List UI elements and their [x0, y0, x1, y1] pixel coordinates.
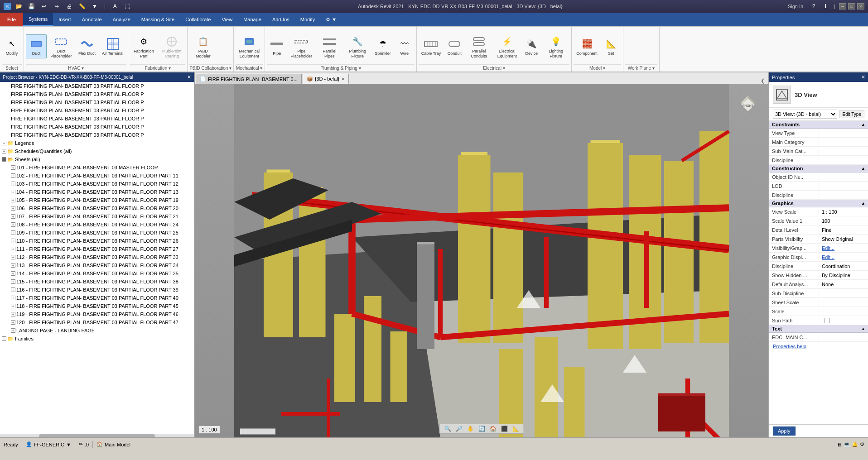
qa-save[interactable]: 💾: [26, 1, 36, 11]
list-item[interactable]: FIRE FIGHTING PLAN- BASEMENT 03 PARTIAL …: [0, 131, 194, 139]
list-item[interactable]: + 110 - FIRE FIGHTING PLAN- BASEMENT 03 …: [0, 237, 194, 245]
list-item[interactable]: + 109 - FIRE FIGHTING PLAN- BASEMENT 03 …: [0, 229, 194, 237]
menu-modify[interactable]: Modify: [295, 13, 320, 26]
sidebar-item-schedules[interactable]: + 📁 Schedules/Quantities (all): [0, 147, 194, 155]
tab-close-3d[interactable]: ✕: [341, 77, 345, 81]
prop-value-default-analysis[interactable]: None: [819, 282, 868, 287]
qa-tag[interactable]: A: [110, 1, 120, 11]
ribbon-btn-air-terminal[interactable]: Air Terminal: [99, 35, 126, 58]
status-workset[interactable]: FF-GENERIC: [34, 442, 64, 447]
nav-section-box[interactable]: ⬛: [499, 425, 510, 432]
menu-analyze[interactable]: Analyze: [107, 13, 136, 26]
menu-annotate[interactable]: Annotate: [77, 13, 107, 26]
menu-collaborate[interactable]: Collaborate: [180, 13, 216, 26]
ribbon-btn-plumbing-fixture[interactable]: 🔧 Plumbing Fixture: [344, 33, 371, 61]
ribbon-btn-mech-equip[interactable]: Mechanical Equipment: [236, 33, 263, 61]
ribbon-btn-wire[interactable]: 〰 Wire: [395, 35, 415, 58]
qa-measure[interactable]: 📏: [77, 1, 87, 11]
list-item[interactable]: FIRE FIGHTING PLAN- BASEMENT 03 PARTIAL …: [0, 90, 194, 98]
ribbon-btn-pipe-placeholder[interactable]: Pipe Placeholder: [288, 33, 315, 61]
constraints-collapse[interactable]: ▲: [861, 122, 865, 127]
list-item[interactable]: FIRE FIGHTING PLAN- BASEMENT 03 PARTIAL …: [0, 115, 194, 123]
menu-addins[interactable]: Add-Ins: [267, 13, 295, 26]
sun-path-checkbox[interactable]: [825, 318, 830, 323]
minimize-btn[interactable]: ─: [839, 3, 846, 10]
ribbon-btn-parallel-conduits[interactable]: Parallel Conduits: [465, 33, 492, 61]
ribbon-btn-electrical-equipment[interactable]: ⚡ Electrical Equipment: [493, 33, 521, 61]
menu-insert[interactable]: Insert: [53, 13, 77, 26]
nav-zoom-out[interactable]: 🔎: [454, 425, 464, 432]
ribbon-btn-component[interactable]: 🧱 Component: [574, 35, 600, 58]
menu-file[interactable]: File: [0, 13, 23, 26]
graphics-collapse[interactable]: ▲: [861, 201, 865, 206]
list-item[interactable]: + 111 - FIRE FIGHTING PLAN- BASEMENT 03 …: [0, 245, 194, 253]
tab-fire-fighting-plan[interactable]: 📄 FIRE FIGHTING PLAN- BASEMENT 0...: [196, 74, 302, 84]
prop-value-discipline[interactable]: Coordination: [819, 264, 868, 269]
prop-help-link[interactable]: Properties help: [773, 344, 806, 349]
ribbon-btn-duct-placeholder[interactable]: Duct Placeholder: [48, 33, 75, 61]
list-item[interactable]: FIRE FIGHTING PLAN- BASEMENT 03 PARTIAL …: [0, 98, 194, 106]
list-item[interactable]: + LANDING PAGE - LANDING PAGE: [0, 326, 194, 335]
ribbon-btn-set[interactable]: 📐 Set: [601, 35, 621, 58]
list-item[interactable]: FIRE FIGHTING PLAN- BASEMENT 03 PARTIAL …: [0, 106, 194, 115]
qa-open[interactable]: 📂: [14, 1, 24, 11]
ribbon-btn-modify[interactable]: ↖ Modify: [2, 35, 22, 58]
list-item[interactable]: + 118 - FIRE FIGHTING PLAN- BASEMENT 03 …: [0, 302, 194, 310]
menu-systems[interactable]: Systems: [23, 13, 53, 26]
help-btn[interactable]: ?: [809, 1, 819, 11]
list-item[interactable]: + 116 - FIRE FIGHTING PLAN- BASEMENT 03 …: [0, 286, 194, 294]
ribbon-btn-pipe[interactable]: Pipe: [267, 35, 287, 58]
list-item[interactable]: + 105 - FIRE FIGHTING PLAN- BASEMENT 03 …: [0, 196, 194, 204]
signin-label[interactable]: Sign In: [788, 4, 803, 9]
prop-close-btn[interactable]: ✕: [861, 74, 865, 80]
nav-pan[interactable]: ✋: [465, 425, 476, 432]
list-item[interactable]: + 106 - FIRE FIGHTING PLAN- BASEMENT 03 …: [0, 204, 194, 212]
qa-help2[interactable]: ⬚: [123, 1, 133, 11]
pb-close-btn[interactable]: ✕: [187, 74, 191, 80]
menu-view[interactable]: View: [216, 13, 238, 26]
sidebar-item-sheets[interactable]: - 📂 Sheets (all): [0, 155, 194, 163]
qa-redo[interactable]: ↪: [52, 1, 62, 11]
prop-value-view-scale[interactable]: 1 : 100: [819, 209, 868, 215]
menu-massing[interactable]: Massing & Site: [136, 13, 180, 26]
qa-settings[interactable]: ▼: [90, 1, 100, 11]
ribbon-btn-cable-tray[interactable]: Cable Tray: [419, 35, 444, 58]
info-btn[interactable]: ℹ: [820, 1, 830, 11]
status-model[interactable]: Main Model: [105, 442, 130, 447]
ribbon-btn-pid-modeler[interactable]: 📋 P&ID Modeler: [189, 33, 217, 61]
views-collapse-btn[interactable]: ❮: [757, 78, 768, 84]
ribbon-btn-conduit[interactable]: Conduit: [444, 35, 464, 58]
nav-home[interactable]: 🏠: [488, 425, 498, 432]
list-item[interactable]: + 117 - FIRE FIGHTING PLAN- BASEMENT 03 …: [0, 294, 194, 302]
qa-print[interactable]: 🖨: [64, 1, 74, 11]
view-cube[interactable]: FRONT: [732, 89, 764, 120]
prop-value-scale-value[interactable]: 100: [819, 218, 868, 224]
ribbon-btn-fab-part[interactable]: ⚙ Fabrication Part: [130, 33, 157, 61]
restore-btn[interactable]: □: [848, 3, 855, 10]
ribbon-btn-lighting-fixture[interactable]: 💡 Lighting Fixture: [542, 33, 569, 61]
prop-edit-type-btn[interactable]: Edit Type: [839, 110, 864, 118]
prop-apply-btn[interactable]: Apply: [773, 426, 796, 436]
list-item[interactable]: + 102 - FIRE FIGHTING PLAN- BASEMENT 03 …: [0, 172, 194, 180]
list-item[interactable]: + 114 - FIRE FIGHTING PLAN- BASEMENT 03 …: [0, 269, 194, 278]
sidebar-item-legends[interactable]: + 📁 Legends: [0, 139, 194, 147]
text-collapse[interactable]: ▲: [861, 326, 865, 331]
workset-dropdown[interactable]: ▼: [66, 442, 71, 447]
prop-value-parts-visibility[interactable]: Show Original: [819, 236, 868, 242]
list-item[interactable]: + 113 - FIRE FIGHTING PLAN- BASEMENT 03 …: [0, 261, 194, 269]
qa-undo[interactable]: ↩: [39, 1, 49, 11]
nav-orbit[interactable]: 🔄: [477, 425, 487, 432]
pb-content[interactable]: FIRE FIGHTING PLAN- BASEMENT 03 PARTIAL …: [0, 82, 194, 434]
ribbon-btn-flex-duct[interactable]: Flex Duct: [76, 35, 98, 58]
list-item[interactable]: FIRE FIGHTING PLAN- BASEMENT 03 PARTIAL …: [0, 123, 194, 131]
list-item[interactable]: + 120 - FIRE FIGHTING PLAN- BASEMENT 03 …: [0, 318, 194, 326]
ribbon-btn-device[interactable]: 🔌 Device: [521, 35, 541, 58]
prop-value-detail-level[interactable]: Fine: [819, 227, 868, 233]
menu-manage[interactable]: Manage: [238, 13, 267, 26]
sidebar-item-families[interactable]: + 📁 Families: [0, 335, 194, 343]
tab-3d-view[interactable]: 📦 {3D - belal} ✕: [303, 74, 349, 84]
nav-perspective[interactable]: 📐: [511, 425, 521, 432]
list-item[interactable]: + 115 - FIRE FIGHTING PLAN- BASEMENT 03 …: [0, 278, 194, 286]
prop-value-graphic-display[interactable]: Edit...: [819, 254, 868, 260]
pb-scrollbar-thumb[interactable]: [39, 434, 155, 437]
